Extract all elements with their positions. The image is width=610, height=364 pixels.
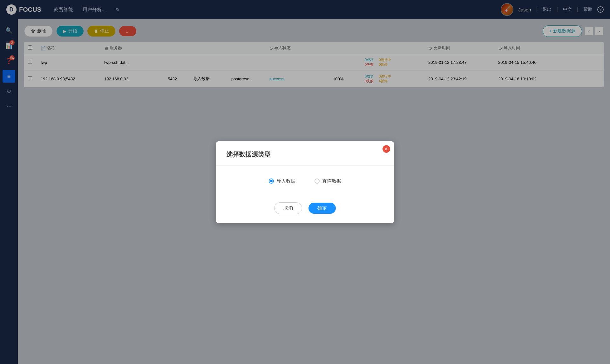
modal-body: 导入数据 直连数据 [216,165,394,197]
cancel-button[interactable]: 取消 [274,202,302,214]
modal-dialog: ✕ 选择数据源类型 导入数据 直连数据 取消 确定 [216,141,394,223]
radio-direct[interactable]: 直连数据 [315,178,341,184]
radio-import[interactable]: 导入数据 [269,178,295,184]
radio-direct-label: 直连数据 [322,178,341,184]
radio-direct-circle [315,179,320,184]
modal-close-button[interactable]: ✕ [383,145,390,153]
radio-import-label: 导入数据 [276,178,295,184]
modal-footer: 取消 确定 [216,197,394,223]
confirm-button[interactable]: 确定 [308,203,336,214]
modal-overlay: ✕ 选择数据源类型 导入数据 直连数据 取消 确定 [0,0,610,364]
radio-import-circle [269,179,274,184]
modal-title: 选择数据源类型 [216,141,394,165]
